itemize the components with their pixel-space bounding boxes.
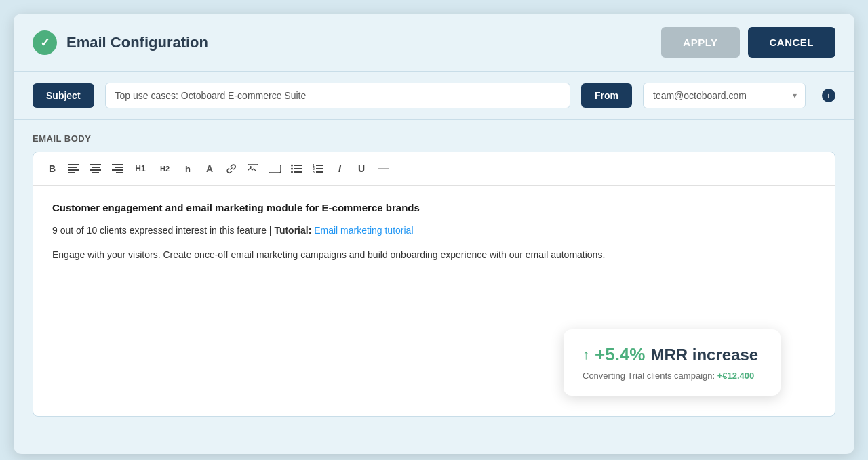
h2-button[interactable]: H2 bbox=[154, 159, 176, 178]
svg-rect-10 bbox=[112, 169, 123, 171]
mrr-percent: +5.4% bbox=[595, 344, 645, 365]
separator-button[interactable]: — bbox=[374, 159, 393, 178]
svg-point-17 bbox=[291, 168, 293, 170]
svg-rect-20 bbox=[294, 171, 302, 173]
underline-button[interactable]: U bbox=[352, 159, 371, 178]
email-configuration-modal: ✓ Email Configuration APPLY CANCEL Subje… bbox=[14, 14, 854, 454]
subject-input[interactable] bbox=[105, 83, 570, 108]
svg-rect-7 bbox=[92, 172, 99, 173]
link-button[interactable] bbox=[222, 159, 241, 178]
svg-point-15 bbox=[291, 165, 293, 167]
svg-rect-6 bbox=[90, 169, 101, 171]
tutorial-prefix: Tutorial: bbox=[274, 225, 314, 236]
bold-button[interactable]: B bbox=[43, 159, 62, 178]
svg-text:3.: 3. bbox=[313, 170, 316, 173]
apply-button[interactable]: APPLY bbox=[661, 27, 739, 58]
number-list-button[interactable]: 1.2.3. bbox=[309, 159, 328, 178]
svg-rect-24 bbox=[316, 168, 323, 169]
dropdown-arrow-icon: ▾ bbox=[790, 91, 800, 100]
svg-rect-5 bbox=[92, 167, 100, 168]
svg-rect-9 bbox=[115, 167, 123, 168]
image-button[interactable] bbox=[243, 159, 262, 178]
font-a-button[interactable]: A bbox=[200, 159, 219, 178]
modal-header: ✓ Email Configuration APPLY CANCEL bbox=[14, 14, 854, 72]
mrr-value: +€12.400 bbox=[717, 371, 755, 381]
subject-label: Subject bbox=[33, 83, 94, 108]
editor-container: B H1 H2 h A bbox=[33, 152, 835, 417]
header-left: ✓ Email Configuration bbox=[33, 30, 208, 55]
body-section-label: EMAIL BODY bbox=[33, 133, 835, 144]
h-small-button[interactable]: h bbox=[178, 159, 197, 178]
svg-rect-22 bbox=[316, 165, 323, 166]
align-center-button[interactable] bbox=[86, 159, 105, 178]
svg-rect-3 bbox=[68, 172, 75, 173]
bullet-list-button[interactable] bbox=[287, 159, 306, 178]
widget-button[interactable] bbox=[265, 159, 284, 178]
svg-rect-4 bbox=[90, 164, 101, 165]
mrr-card: ↑ +5.4% MRR increase Converting Trial cl… bbox=[564, 329, 781, 396]
header-buttons: APPLY CANCEL bbox=[661, 27, 835, 58]
italic-button[interactable]: I bbox=[330, 159, 349, 178]
check-icon: ✓ bbox=[33, 30, 57, 55]
mrr-top: ↑ +5.4% MRR increase bbox=[583, 344, 762, 365]
editor-content[interactable]: Customer engagement and email marketing … bbox=[33, 186, 835, 416]
mrr-label: MRR increase bbox=[650, 346, 758, 364]
cancel-button[interactable]: CANCEL bbox=[748, 27, 836, 58]
mrr-subtitle: Converting Trial clients campaign: +€12.… bbox=[583, 371, 762, 381]
h1-button[interactable]: H1 bbox=[130, 159, 151, 178]
svg-point-13 bbox=[250, 166, 252, 168]
from-label: From bbox=[581, 83, 632, 108]
paragraph-2: 9 out of 10 clients expressed interest i… bbox=[52, 223, 816, 238]
align-left-button[interactable] bbox=[64, 159, 83, 178]
subject-from-row: Subject From team@octoboard.com ▾ i bbox=[14, 72, 854, 120]
align-right-button[interactable] bbox=[108, 159, 127, 178]
svg-rect-0 bbox=[68, 164, 79, 165]
svg-rect-18 bbox=[294, 168, 302, 169]
body-section: EMAIL BODY B H1 H2 h A bbox=[14, 120, 854, 430]
svg-rect-11 bbox=[116, 172, 123, 173]
svg-rect-14 bbox=[269, 165, 281, 173]
svg-rect-8 bbox=[112, 164, 123, 165]
editor-toolbar: B H1 H2 h A bbox=[33, 152, 835, 186]
paragraph-2-prefix: 9 out of 10 clients expressed interest i… bbox=[52, 225, 274, 236]
modal-title: Email Configuration bbox=[66, 34, 208, 51]
paragraph-1: Customer engagement and email marketing … bbox=[52, 202, 816, 213]
tutorial-link[interactable]: Email marketing tutorial bbox=[314, 225, 413, 236]
svg-rect-26 bbox=[316, 171, 323, 173]
from-select-wrapper[interactable]: team@octoboard.com ▾ bbox=[643, 83, 806, 108]
mrr-arrow-icon: ↑ bbox=[583, 347, 589, 362]
mrr-subtitle-text: Converting Trial clients campaign: bbox=[583, 371, 717, 381]
svg-rect-16 bbox=[294, 165, 302, 166]
svg-rect-2 bbox=[68, 169, 79, 171]
svg-rect-1 bbox=[68, 167, 77, 168]
paragraph-3: Engage with your visitors. Create once-o… bbox=[52, 247, 816, 262]
from-email: team@octoboard.com bbox=[653, 83, 790, 108]
info-icon[interactable]: i bbox=[822, 89, 835, 102]
svg-point-19 bbox=[291, 171, 293, 173]
